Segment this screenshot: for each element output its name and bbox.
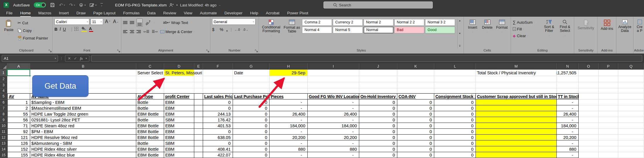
cell-A14[interactable]: 152 <box>7 146 30 152</box>
share-person-icon[interactable] <box>169 3 174 7</box>
cell-Q15[interactable] <box>618 152 644 158</box>
cell-Q10[interactable] <box>618 123 644 129</box>
cell-E10[interactable] <box>194 123 203 129</box>
cell-O14[interactable] <box>579 146 599 152</box>
cell-O8[interactable] <box>579 111 599 117</box>
gallery-scroll-up-icon[interactable]: ▲ <box>459 19 461 22</box>
cell-J2[interactable] <box>359 76 397 82</box>
cell-D11[interactable]: EBM <box>164 129 194 135</box>
tab-draw[interactable]: Draw <box>73 10 90 17</box>
cell-H5[interactable]: Pieces <box>270 93 308 99</box>
tab-review[interactable]: Review <box>159 10 180 17</box>
cell-O10[interactable] <box>579 123 599 129</box>
cell-G9[interactable]: 0 <box>233 117 270 123</box>
cell-E5[interactable] <box>194 93 203 99</box>
cell-J1[interactable] <box>359 70 397 76</box>
bold-button[interactable]: B <box>54 27 57 32</box>
align-left-button[interactable] <box>123 30 127 33</box>
increase-decimal-button[interactable]: ←.0 <box>235 28 240 31</box>
column-header-K[interactable]: K <box>397 63 434 70</box>
cell-D14[interactable]: EBM <box>164 146 194 152</box>
tab-formulas[interactable]: Formulas <box>119 10 143 17</box>
row-header-2[interactable]: 2 <box>0 76 7 82</box>
alignment-dialog-launcher-icon[interactable] <box>206 49 209 52</box>
delete-cells-button[interactable]: Delete▾ <box>480 18 494 48</box>
column-header-H[interactable]: H <box>270 63 308 70</box>
cell-K3[interactable] <box>397 82 434 88</box>
cell-N5[interactable]: TT in Stock : <box>557 93 579 99</box>
cell-C10[interactable]: EBM Bottle <box>136 123 164 129</box>
cell-E15[interactable] <box>194 152 203 158</box>
cell-N2[interactable] <box>557 76 579 82</box>
column-header-A[interactable]: A <box>7 63 30 70</box>
sort-filter-button[interactable]: AZ Sort & Filter ▾ <box>542 18 556 48</box>
cut-button[interactable]: ✂Cut <box>18 20 48 26</box>
font-name-select[interactable]: Calibri▾ <box>54 18 89 25</box>
cell-O11[interactable] <box>579 129 599 135</box>
cell-O15[interactable] <box>579 152 599 158</box>
row-header-11[interactable]: 11 <box>0 129 7 135</box>
row-header-3[interactable]: 3 <box>0 82 7 88</box>
cell-P3[interactable] <box>599 82 618 88</box>
cell-Q3[interactable] <box>618 82 644 88</box>
cell-E8[interactable] <box>194 111 203 117</box>
cell-M4[interactable] <box>476 88 557 93</box>
cell-J6[interactable]: 0 <box>359 99 397 105</box>
cell-H13[interactable]: - <box>270 140 308 146</box>
cell-E2[interactable] <box>194 76 203 82</box>
format-cells-button[interactable]: Format▾ <box>495 18 509 48</box>
tab-help[interactable]: Help <box>246 10 262 17</box>
cell-M9[interactable] <box>476 117 557 123</box>
cell-O2[interactable] <box>579 76 599 82</box>
cell-G15[interactable]: 0 <box>233 152 270 158</box>
cell-G12[interactable]: 0 <box>233 135 270 140</box>
cell-D2[interactable] <box>164 76 194 82</box>
cell-I6[interactable]: - <box>308 99 359 105</box>
cell-Q1[interactable] <box>618 70 644 76</box>
cell-M5[interactable]: Customer Scrap approved but still in Sto… <box>476 93 557 99</box>
cell-N4[interactable] <box>557 88 579 93</box>
autosave-toggle[interactable]: On <box>34 2 46 8</box>
cell-O13[interactable] <box>579 140 599 146</box>
formula-input[interactable] <box>91 55 642 62</box>
cell-M15[interactable] <box>476 152 557 158</box>
cell-F15[interactable]: 422.07 <box>203 152 233 158</box>
cell-F9[interactable]: 176.42 <box>203 117 233 123</box>
cell-F7[interactable]: 0 <box>203 105 233 111</box>
cell-E6[interactable] <box>194 99 203 105</box>
cell-K8[interactable]: 0 <box>397 111 434 117</box>
cell-N6[interactable]: - <box>557 99 579 105</box>
font-size-select[interactable]: 11▾ <box>91 18 103 25</box>
cell-M8[interactable] <box>476 111 557 117</box>
cell-G1[interactable]: Date <box>233 70 270 76</box>
column-header-E[interactable]: E <box>194 63 203 70</box>
align-bottom-button[interactable] <box>137 18 143 27</box>
cell-B14[interactable]: HDPE Ridex 48oz silver <box>30 146 136 152</box>
cell-E13[interactable] <box>194 140 203 146</box>
cell-A13[interactable]: 126 <box>7 140 30 146</box>
cell-P11[interactable] <box>599 129 618 135</box>
create-pdf-button[interactable]: Cre a P <box>635 18 644 48</box>
row-header-13[interactable]: 13 <box>0 140 7 146</box>
cell-Q11[interactable] <box>618 129 644 135</box>
cell-L8[interactable]: 0 <box>434 111 476 117</box>
cell-J14[interactable]: 0 <box>359 146 397 152</box>
cell-G3[interactable] <box>233 82 270 88</box>
cell-E11[interactable] <box>194 129 203 135</box>
cell-B6[interactable]: $Sampling - EBM <box>30 99 136 105</box>
gallery-scroll-down-icon[interactable]: ▼ <box>459 32 461 35</box>
cell-C11[interactable]: EBM Bottle <box>136 129 164 135</box>
cell-H1[interactable]: 29-Sep <box>270 70 308 76</box>
cell-Q2[interactable] <box>618 76 644 82</box>
cell-B13[interactable]: $Abmusterung - SBM <box>30 140 136 146</box>
cell-H8[interactable]: 26,400 <box>270 111 308 117</box>
cell-L6[interactable]: 0 <box>434 99 476 105</box>
insert-function-icon[interactable]: fx <box>80 56 83 61</box>
fill-color-button[interactable]: ▾ <box>81 26 87 32</box>
confirm-entry-icon[interactable]: ✓ <box>74 56 77 61</box>
accounting-format-button[interactable]: $ ▾ <box>212 27 217 32</box>
column-header-I[interactable]: I <box>308 63 359 70</box>
cell-J7[interactable]: 0 <box>359 105 397 111</box>
cell-P2[interactable] <box>599 76 618 82</box>
cell-L5[interactable]: Consignment Stock : <box>434 93 476 99</box>
